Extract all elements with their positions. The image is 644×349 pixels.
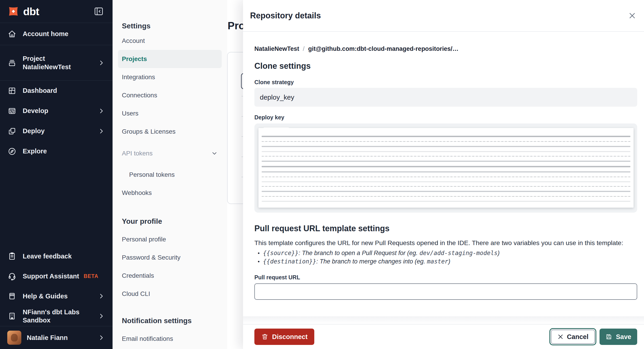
settings-nav-email-notifications[interactable]: Email notifications <box>118 330 222 348</box>
list-item: • {{destination}}: The branch to merge c… <box>254 257 637 266</box>
avatar <box>7 330 21 345</box>
dashboard-icon <box>7 86 17 95</box>
bullet-icon: • <box>254 257 263 266</box>
trash-icon <box>261 333 268 340</box>
sidebar-item-label: NFiann's dbt Labs Sandbox <box>23 308 98 324</box>
pr-template-heading: Pull request URL template settings <box>254 224 637 234</box>
panel-header: Repository details <box>243 0 644 32</box>
user-name: Natalie Fiann <box>27 334 68 342</box>
save-icon <box>606 333 612 340</box>
sidebar-item-dashboard[interactable]: Dashboard <box>0 80 112 101</box>
sidebar-item-sandbox[interactable]: NFiann's dbt Labs Sandbox <box>0 306 112 326</box>
chevron-right-icon <box>98 127 104 135</box>
settings-nav-webhooks[interactable]: Webhooks <box>118 184 222 202</box>
collapse-sidebar-icon[interactable] <box>94 6 104 16</box>
sidebar-item-project[interactable]: Project NatalieNewTest <box>0 45 112 80</box>
chevron-down-icon <box>211 150 218 157</box>
sidebar-item-develop[interactable]: Develop <box>0 101 112 121</box>
settings-nav-personal-profile[interactable]: Personal profile <box>118 230 222 248</box>
sidebar-item-label: Explore <box>23 147 47 155</box>
leave-feedback-icon <box>7 252 17 261</box>
sidebar-item-label: Help & Guides <box>23 292 68 300</box>
settings-nav-account[interactable]: Account <box>118 32 222 50</box>
logo-row: dbt <box>0 0 112 23</box>
chevron-right-icon <box>98 292 104 300</box>
chevron-right-icon <box>98 107 104 115</box>
panel-footer: Disconnect Cancel Save <box>243 324 644 349</box>
settings-nav-label: API tokens <box>122 150 152 157</box>
sidebar-item-account-home[interactable]: Account home <box>0 23 112 45</box>
cancel-button[interactable]: Cancel <box>551 330 595 344</box>
clone-settings-heading: Clone settings <box>254 61 637 71</box>
cancel-x-icon <box>557 334 564 340</box>
sidebar-spacer <box>0 161 112 246</box>
sidebar-item-label: Support Assistant <box>23 272 79 280</box>
develop-icon <box>7 106 17 116</box>
help-book-icon <box>7 292 17 301</box>
pr-template-variables-list: • {{source}}: The branch to open a Pull … <box>254 249 637 266</box>
settings-nav-connections[interactable]: Connections <box>118 86 222 104</box>
scroll-fade <box>243 316 644 324</box>
beta-badge: BETA <box>84 273 98 279</box>
support-headset-icon <box>7 272 17 281</box>
breadcrumb: NatalieNewTest / git@github.com:dbt-clou… <box>254 45 637 53</box>
deploy-key-field[interactable] <box>254 124 637 212</box>
breadcrumb-repo-url: git@github.com:dbt-cloud-managed-reposit… <box>308 45 458 53</box>
sidebar-item-label: Dashboard <box>23 86 57 94</box>
close-icon[interactable] <box>627 10 638 21</box>
settings-nav-users[interactable]: Users <box>118 104 222 122</box>
sidebar-user-menu[interactable]: Natalie Fiann <box>0 326 112 349</box>
sidebar-item-support-assistant[interactable]: Support Assistant BETA <box>0 266 112 286</box>
building-icon <box>7 312 17 321</box>
list-item: • {{source}}: The branch to open a Pull … <box>254 249 637 257</box>
logo-text: dbt <box>23 5 39 18</box>
chevron-right-icon <box>98 334 104 342</box>
sidebar-item-leave-feedback[interactable]: Leave feedback <box>0 246 112 266</box>
chevron-right-icon <box>98 312 104 320</box>
pr-template-description: This template configures the URL for new… <box>254 238 637 247</box>
clone-strategy-field[interactable]: deploy_key <box>254 88 637 107</box>
settings-nav-groups-licenses[interactable]: Groups & Licenses <box>118 122 222 141</box>
settings-nav-personal-tokens[interactable]: Personal tokens <box>118 166 222 184</box>
cancel-focus-ring: Cancel <box>549 328 596 345</box>
pr-url-label: Pull request URL <box>254 274 637 281</box>
settings-nav-credentials[interactable]: Credentials <box>118 267 222 285</box>
settings-nav-api-tokens[interactable]: API tokens <box>118 144 222 162</box>
chevron-right-icon <box>98 59 104 67</box>
save-button[interactable]: Save <box>600 328 637 345</box>
explore-icon <box>7 147 17 156</box>
deploy-key-label: Deploy key <box>254 114 637 121</box>
dbt-logo-icon <box>7 5 20 18</box>
project-icon <box>7 58 17 68</box>
deploy-icon <box>7 126 17 136</box>
deploy-key-redaction-artifact <box>262 128 290 131</box>
settings-nav-integrations[interactable]: Integrations <box>118 68 222 86</box>
deploy-key-redacted-content <box>258 128 634 208</box>
your-profile-heading: Your profile <box>112 212 227 230</box>
settings-heading: Settings <box>112 20 227 32</box>
clone-strategy-label: Clone strategy <box>254 79 637 86</box>
settings-nav-projects[interactable]: Projects <box>118 50 222 68</box>
settings-nav-cloud-cli[interactable]: Cloud CLI <box>118 285 222 303</box>
disconnect-button[interactable]: Disconnect <box>254 328 314 345</box>
breadcrumb-project: NatalieNewTest <box>254 45 299 53</box>
breadcrumb-separator: / <box>303 45 305 53</box>
sidebar-item-label: Develop <box>23 107 48 115</box>
home-icon <box>7 30 17 38</box>
sidebar-item-label: Account home <box>23 30 68 38</box>
sidebar-item-explore[interactable]: Explore <box>0 141 112 161</box>
pr-url-input[interactable] <box>254 284 637 300</box>
app-sidebar: dbt Account home Project NatalieNewTest <box>0 0 112 349</box>
sidebar-item-deploy[interactable]: Deploy <box>0 121 112 141</box>
repository-details-panel: Repository details NatalieNewTest / git@… <box>243 0 644 349</box>
settings-nav: Settings Account Projects Integrations C… <box>112 0 227 349</box>
panel-body: NatalieNewTest / git@github.com:dbt-clou… <box>243 32 644 324</box>
sidebar-item-help-guides[interactable]: Help & Guides <box>0 286 112 306</box>
sidebar-item-label: Leave feedback <box>23 252 72 260</box>
notification-settings-heading: Notification settings <box>112 312 227 330</box>
sidebar-item-label: Project NatalieNewTest <box>23 54 71 71</box>
settings-nav-password-security[interactable]: Password & Security <box>118 248 222 267</box>
panel-title: Repository details <box>250 11 321 20</box>
bullet-icon: • <box>254 249 263 257</box>
sidebar-item-label: Deploy <box>23 127 45 135</box>
